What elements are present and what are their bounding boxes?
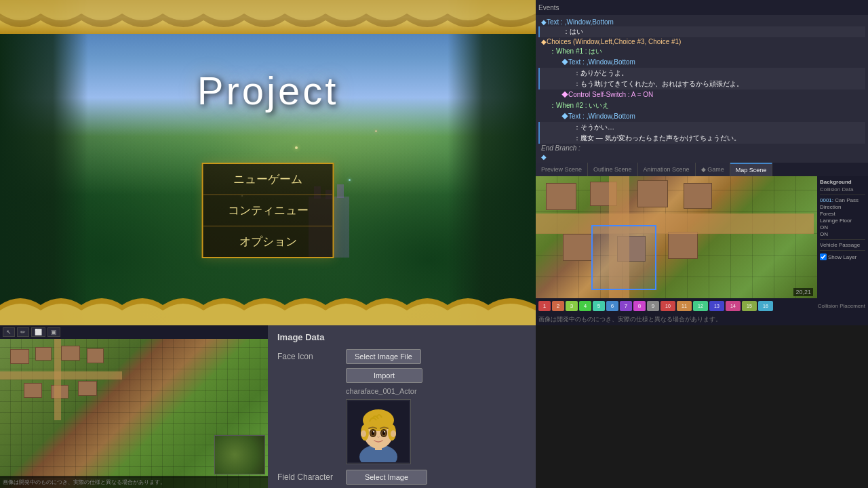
image-data-title: Image Data xyxy=(277,332,526,342)
menu-item-options[interactable]: オプション xyxy=(203,226,333,257)
me-house-5 xyxy=(563,234,593,261)
sidebar-divider-1 xyxy=(820,195,865,195)
show-layer-checkbox[interactable] xyxy=(820,253,827,260)
me-selection xyxy=(591,225,656,290)
sidebar-item-6: ON xyxy=(820,231,865,237)
title-text-area: Project xyxy=(197,68,339,113)
event-dialog-5: ：魔女 — 気が変わったらまた声をかけてちょうだい。 xyxy=(538,133,865,144)
face-editor-panel: Image Data Face Icon Select Image File I… xyxy=(268,325,536,488)
map-editor-panel: Preview Scene Outline Scene Animation Sc… xyxy=(536,163,868,325)
event-line-1: ◆Text : ,Window,Bottom xyxy=(538,18,865,26)
map-h3 xyxy=(61,346,80,361)
import-row: Import xyxy=(277,368,526,383)
bottom-map-canvas: 画像は開発中のものにつき、実際の仕様と異なる場合があります。 xyxy=(0,339,268,488)
layer-10[interactable]: 10 xyxy=(660,301,675,311)
event-bullet: ◆ xyxy=(538,152,865,161)
layer-3[interactable]: 3 xyxy=(566,301,578,311)
event-line-6: ：When #2 : いいえ xyxy=(538,100,865,111)
field-character-label: Field Character xyxy=(277,472,342,482)
map-bottom-bar: 画像は開発中のものにつき、実際の仕様と異なる場合があります。 xyxy=(0,476,268,488)
import-button[interactable]: Import xyxy=(346,368,422,383)
layer-9[interactable]: 9 xyxy=(647,301,659,311)
toolbar-label: Events xyxy=(538,4,559,12)
bottom-map-panel: ↖ ✏ ⬜ ▣ xyxy=(0,325,268,488)
event-line-5: ◆Control Self-Switch : A = ON xyxy=(538,89,865,100)
event-dialog-3: ：もう助けてきてくれたか、おれはするから頑張だよ。 xyxy=(538,79,865,89)
tab-game[interactable]: ◆ Game xyxy=(696,163,730,176)
game-menu: ニューゲーム コンティニュー オプション xyxy=(202,163,334,258)
sidebar-label-1: Background xyxy=(820,179,865,185)
tab-map-scene[interactable]: Map Scene xyxy=(730,163,773,176)
sidebar-item-2: Direction xyxy=(820,204,865,210)
layer-4[interactable]: 4 xyxy=(579,301,591,311)
right-trees xyxy=(448,0,536,325)
svg-point-15 xyxy=(361,430,366,437)
sidebar-label-2: Collision Data xyxy=(820,186,865,192)
event-dialog-2: ：ありがとうよ。 xyxy=(538,68,865,79)
character-face-svg xyxy=(348,401,409,462)
map-path-h xyxy=(0,371,122,380)
face-preview-box xyxy=(346,399,411,464)
layer-2[interactable]: 2 xyxy=(552,301,564,311)
me-house-1 xyxy=(546,183,576,210)
tool-rect[interactable]: ⬜ xyxy=(31,327,45,337)
event-editor-panel: Events ◆Text : ,Window,Bottom ：はい ◆Choic… xyxy=(536,0,868,163)
collision-label: Collision Placement xyxy=(818,303,865,309)
tab-preview[interactable]: Preview Scene xyxy=(536,163,588,176)
menu-item-continue[interactable]: コンティニュー xyxy=(203,195,333,226)
event-editor-content: ◆Text : ,Window,Bottom ：はい ◆Choices (Win… xyxy=(536,15,868,163)
show-layer-area: Show Layer xyxy=(820,253,865,260)
select-image-file-button[interactable]: Select Image File xyxy=(346,349,421,364)
map-coordinates: 20,21 xyxy=(793,288,813,296)
layer-bar: 1 2 3 4 5 6 7 8 9 10 11 12 13 14 15 16 C… xyxy=(536,298,868,313)
event-dialog-4: ：そうかい… xyxy=(538,122,865,133)
left-trees xyxy=(0,0,88,325)
menu-item-new-game[interactable]: ニューゲーム xyxy=(203,164,333,195)
layer-5[interactable]: 5 xyxy=(593,301,605,311)
map-editor-notice-text: 画像は開発中のものにつき、実際の仕様と異なる場合があります。 xyxy=(538,315,722,324)
layer-14[interactable]: 14 xyxy=(726,301,741,311)
layer-15[interactable]: 15 xyxy=(742,301,757,311)
select-image-button[interactable]: Select Image xyxy=(346,470,427,485)
layer-13[interactable]: 13 xyxy=(709,301,724,311)
face-icon-label: Face Icon xyxy=(277,352,342,361)
tab-outline[interactable]: Outline Scene xyxy=(588,163,638,176)
tab-animation[interactable]: Animation Scene xyxy=(638,163,696,176)
ornament-top xyxy=(0,0,536,34)
sidebar-item-5: ON xyxy=(820,224,865,230)
map-path-v xyxy=(54,339,61,420)
layer-1[interactable]: 1 xyxy=(538,301,551,311)
me-dirt-h xyxy=(536,214,814,234)
project-title: Project xyxy=(197,68,339,113)
layer-11[interactable]: 11 xyxy=(677,301,692,311)
tool-fill[interactable]: ▣ xyxy=(47,327,60,337)
tool-select[interactable]: ↖ xyxy=(3,327,15,337)
event-editor-toolbar: Events xyxy=(536,0,868,15)
layer-12[interactable]: 12 xyxy=(693,301,708,311)
map-editor-notice-bar: 画像は開発中のものにつき、実際の仕様と異なる場合があります。 xyxy=(536,313,868,325)
map-h7 xyxy=(78,381,97,396)
me-house-7 xyxy=(668,232,698,259)
map-bottom-notice: 画像は開発中のものにつき、実際の仕様と異なる場合があります。 xyxy=(3,479,165,486)
svg-point-16 xyxy=(391,430,396,437)
map-canvas-area: 20,21 xyxy=(536,176,817,298)
map-h1 xyxy=(10,349,29,364)
tool-pencil[interactable]: ✏ xyxy=(17,327,29,337)
layer-8[interactable]: 8 xyxy=(633,301,646,311)
event-line-4: ◆Text : ,Window,Bottom xyxy=(538,57,865,68)
map-right-sidebar: Background Collision Data 0001: Can Pass… xyxy=(817,176,868,298)
layer-6[interactable]: 6 xyxy=(606,301,618,311)
layer-7[interactable]: 7 xyxy=(620,301,632,311)
face-filename: charaface_001_Actor xyxy=(277,387,526,395)
title-screen-panel: Project ニューゲーム コンティニュー オプション xyxy=(0,0,536,325)
svg-point-14 xyxy=(384,431,385,432)
face-preview-area xyxy=(277,399,526,464)
map-h2 xyxy=(35,347,52,361)
map-editor-content: 20,21 Background Collision Data 0001: Ca… xyxy=(536,176,868,298)
show-layer-label: Show Layer xyxy=(828,254,856,260)
event-line-7: ◆Text : ,Window,Bottom xyxy=(538,111,865,122)
sidebar-divider-2 xyxy=(820,239,865,240)
event-line-2: ◆Choices (Window,Left,Choice #3, Choice … xyxy=(538,37,865,46)
bottom-left-area: ↖ ✏ ⬜ ▣ xyxy=(0,325,536,488)
layer-16[interactable]: 16 xyxy=(758,301,773,311)
